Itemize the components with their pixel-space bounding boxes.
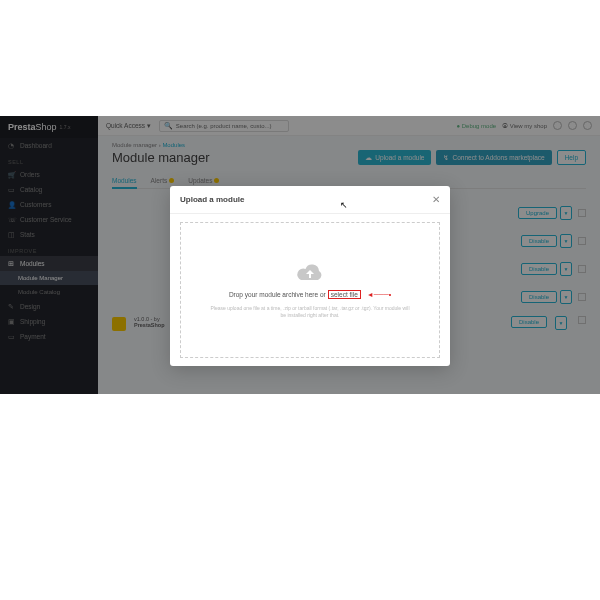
cursor-icon: ↖ xyxy=(340,200,348,210)
app-window: PrestaShop 1.7.x ◔ Dashboard SELL 🛒Order… xyxy=(0,116,600,394)
file-dropzone[interactable]: Drop your module archive here or select … xyxy=(180,222,440,358)
select-file-link[interactable]: select file xyxy=(328,290,361,299)
upload-module-modal: Upload a module ✕ Drop your module archi… xyxy=(170,186,450,366)
annotation-arrow-icon: ◄───• xyxy=(367,291,391,298)
modal-title: Upload a module xyxy=(180,195,244,204)
dropzone-hint: Please upload one file at a time, .zip o… xyxy=(210,305,410,319)
cloud-upload-icon xyxy=(295,262,325,284)
close-icon[interactable]: ✕ xyxy=(432,194,440,205)
dropzone-text: Drop your module archive here or xyxy=(229,291,326,298)
